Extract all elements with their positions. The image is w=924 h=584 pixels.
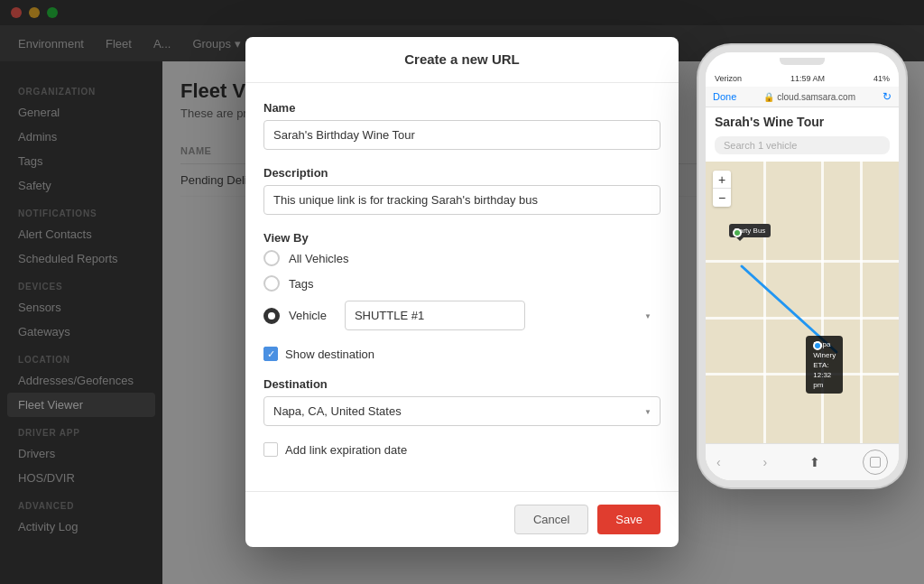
- view-by-label: View By: [263, 231, 661, 245]
- show-destination-option[interactable]: Show destination: [263, 347, 661, 361]
- modal-title: Create a new URL: [404, 51, 520, 67]
- phone-app-title: Sarah's Wine Tour: [706, 107, 899, 133]
- time-label: 11:59 AM: [790, 74, 825, 83]
- phone-search-bar[interactable]: Search 1 vehicle: [715, 136, 890, 154]
- expiry-option[interactable]: Add link expiration date: [263, 442, 661, 457]
- radio-tags[interactable]: Tags: [263, 275, 661, 292]
- phone-app-content: Sarah's Wine Tour Search 1 vehicle + −: [706, 107, 899, 443]
- show-destination-label: Show destination: [285, 348, 374, 361]
- radio-label-tags: Tags: [289, 277, 313, 291]
- radio-circle-tags: [263, 275, 280, 292]
- vehicle-select-wrapper: SHUTTLE #1 SHUTTLE #2 Bus #1: [345, 301, 661, 330]
- zoom-out-button[interactable]: −: [713, 189, 731, 207]
- back-arrow-icon[interactable]: ‹: [716, 455, 721, 469]
- destination-select[interactable]: Napa, CA, United States: [263, 396, 661, 426]
- destination-select-wrapper: Napa, CA, United States: [263, 396, 661, 426]
- phone-url-bar: 🔒 cloud.samsara.com: [763, 92, 855, 102]
- carrier-label: Verizon: [715, 74, 742, 83]
- home-button[interactable]: [863, 450, 888, 475]
- modal-footer: Cancel Save: [245, 491, 679, 547]
- save-button[interactable]: Save: [597, 505, 661, 534]
- show-destination-checkbox[interactable]: [263, 347, 278, 361]
- vehicle-select[interactable]: SHUTTLE #1 SHUTTLE #2 Bus #1: [345, 301, 525, 330]
- phone-inner: Verizon 11:59 AM 41% Done 🔒 cloud.samsar…: [706, 52, 899, 480]
- expiry-group: Add link expiration date: [263, 442, 661, 457]
- radio-label-vehicle: Vehicle: [289, 309, 327, 322]
- radio-vehicle[interactable]: Vehicle SHUTTLE #1 SHUTTLE #2 Bus #1: [263, 301, 661, 330]
- expiry-checkbox[interactable]: [263, 442, 278, 457]
- name-input[interactable]: [263, 120, 661, 150]
- url-text: cloud.samsara.com: [777, 92, 855, 102]
- zoom-in-button[interactable]: +: [713, 171, 731, 189]
- description-group: Description: [263, 166, 661, 215]
- phone-done-button[interactable]: Done: [713, 91, 736, 102]
- radio-circle-all: [263, 250, 280, 266]
- radio-circle-vehicle: [263, 308, 280, 324]
- modal-body: Name Description View By All Vehicles: [245, 83, 679, 491]
- forward-arrow-icon[interactable]: ›: [763, 455, 768, 469]
- description-input[interactable]: [263, 185, 661, 215]
- phone-notch-area: [706, 52, 899, 70]
- battery-label: 41%: [873, 74, 890, 83]
- expiry-label: Add link expiration date: [285, 443, 407, 457]
- party-bus-dot: [733, 228, 742, 237]
- reload-icon[interactable]: ↻: [882, 90, 892, 103]
- share-icon[interactable]: ⬆: [809, 455, 820, 469]
- phone-browser-bar: Done 🔒 cloud.samsara.com ↻: [706, 87, 899, 107]
- name-label: Name: [263, 101, 661, 115]
- modal-header: Create a new URL: [245, 37, 679, 83]
- map-zoom-controls: + −: [713, 171, 731, 207]
- route-line: [706, 162, 899, 443]
- radio-all-vehicles[interactable]: All Vehicles: [263, 250, 661, 266]
- view-by-radio-group: All Vehicles Tags Vehicle SHUTTLE #1: [263, 250, 661, 330]
- napa-winery-eta: ETA: 12:32 pm: [813, 360, 836, 391]
- phone-status-bar: Verizon 11:59 AM 41%: [706, 70, 899, 87]
- phone-notch: [780, 58, 825, 65]
- phone-mockup: Verizon 11:59 AM 41% Done 🔒 cloud.samsar…: [698, 45, 906, 487]
- description-label: Description: [263, 166, 661, 180]
- cancel-button[interactable]: Cancel: [514, 505, 588, 534]
- radio-label-all: All Vehicles: [289, 252, 348, 265]
- phone-map: + − Party Bus Napa Winery ETA: 12:32 pm: [706, 162, 899, 443]
- napa-winery-tooltip: Napa Winery ETA: 12:32 pm: [806, 336, 843, 394]
- home-btn-inner: [870, 457, 881, 468]
- destination-group: Destination Napa, CA, United States: [263, 377, 661, 426]
- name-group: Name: [263, 101, 661, 150]
- view-by-group: View By All Vehicles Tags Ve: [263, 231, 661, 330]
- destination-label: Destination: [263, 377, 661, 391]
- phone-bottom-nav: ‹ › ⬆: [706, 443, 899, 480]
- show-destination-group: Show destination: [263, 347, 661, 361]
- lock-icon: 🔒: [763, 92, 774, 102]
- modal-create-url: Create a new URL Name Description View B…: [245, 37, 679, 547]
